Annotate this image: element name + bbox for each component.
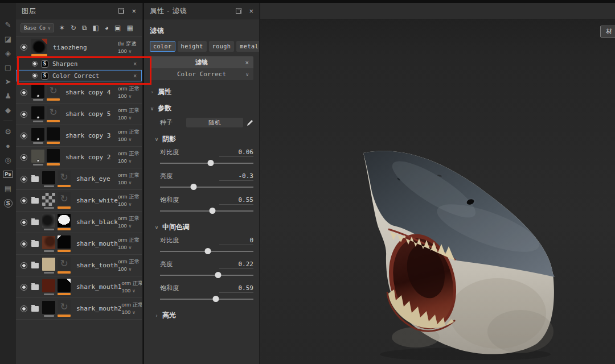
layer-thumbnail[interactable] bbox=[42, 236, 55, 249]
material-mode-button[interactable]: 材 bbox=[600, 26, 615, 38]
channel-button-height[interactable]: height bbox=[178, 41, 207, 52]
photoshop-export-icon[interactable]: Ps bbox=[3, 171, 13, 178]
effect-row[interactable]: SSharpen× bbox=[16, 58, 142, 70]
layer-thumbnail[interactable] bbox=[42, 193, 55, 206]
visibility-toggle[interactable] bbox=[20, 241, 27, 247]
layer-row[interactable]: shark_whiteorm 正常100 ∨ bbox=[16, 190, 142, 212]
visibility-toggle[interactable] bbox=[20, 89, 27, 96]
seed-random-button[interactable]: 随机 bbox=[186, 118, 243, 127]
param-value[interactable]: 0.22 bbox=[219, 260, 253, 269]
layer-row[interactable]: shark_eyeorm 正常100 ∨ bbox=[16, 168, 142, 190]
projection-tool-icon[interactable]: ◈ bbox=[5, 49, 11, 57]
param-value[interactable]: 0.59 bbox=[219, 284, 253, 293]
viewport-3d[interactable]: 材 bbox=[260, 3, 615, 364]
layer-row[interactable]: shark copy 2orm 正常100 ∨ bbox=[16, 147, 142, 168]
layer-row[interactable]: shark copy 3orm 正常100 ∨ bbox=[16, 125, 142, 147]
layer-thumbnail[interactable] bbox=[31, 106, 44, 119]
layer-thumbnail[interactable] bbox=[47, 127, 60, 140]
brush-tool-icon[interactable]: ✎ bbox=[5, 21, 11, 28]
layer-thumbnail[interactable] bbox=[58, 171, 71, 184]
layer-opacity[interactable]: 100 ∨ bbox=[118, 265, 142, 273]
eraser-tool-icon[interactable]: ◪ bbox=[5, 35, 11, 43]
layer-thumbnail[interactable] bbox=[58, 214, 71, 227]
layer-thumbnail[interactable] bbox=[58, 279, 71, 292]
layer-thumbnail[interactable] bbox=[42, 171, 55, 184]
layer-thumbnail[interactable] bbox=[42, 279, 55, 292]
channel-button-rough[interactable]: rough bbox=[209, 41, 235, 52]
layer-thumbnail[interactable] bbox=[47, 149, 60, 162]
visibility-toggle[interactable] bbox=[20, 219, 27, 226]
layer-row[interactable]: shark_mouthorm 正常100 ∨ bbox=[16, 233, 142, 255]
visibility-toggle[interactable] bbox=[20, 154, 27, 161]
group-header[interactable]: ∨中间色调 bbox=[154, 222, 253, 232]
slider-thumb[interactable] bbox=[204, 248, 211, 254]
effect-row[interactable]: SColor Correct× bbox=[16, 70, 142, 82]
visibility-toggle[interactable] bbox=[32, 73, 38, 78]
group-header[interactable]: ∨阴影 bbox=[154, 134, 253, 144]
layer-row[interactable]: shark_mouth2orm 正常100 ∨ bbox=[16, 298, 142, 320]
slider-thumb[interactable] bbox=[213, 296, 219, 302]
slider-thumb[interactable] bbox=[209, 208, 215, 214]
layer-row[interactable]: shark_mouth1orm 正常100 ∨ bbox=[16, 276, 142, 298]
add-effect-wand-icon[interactable]: ✶ bbox=[59, 24, 65, 31]
layer-row[interactable]: shark_blackorm 正常100 ∨ bbox=[16, 212, 142, 233]
clone-tool-icon[interactable]: ♟ bbox=[5, 92, 11, 100]
material-picker-tool-icon[interactable]: ◆ bbox=[5, 106, 11, 114]
visibility-toggle[interactable] bbox=[32, 61, 38, 67]
polygon-fill-tool-icon[interactable]: ▢ bbox=[5, 64, 11, 71]
visibility-toggle[interactable] bbox=[20, 197, 27, 204]
layer-thumbnail[interactable] bbox=[58, 257, 71, 270]
float-panel-icon[interactable] bbox=[236, 8, 241, 14]
param-slider[interactable] bbox=[160, 206, 253, 216]
attributes-section-header[interactable]: › 属性 bbox=[150, 87, 253, 97]
close-panel-icon[interactable]: × bbox=[132, 7, 136, 15]
layer-opacity[interactable]: 100 ∨ bbox=[118, 200, 142, 208]
param-slider[interactable] bbox=[160, 271, 253, 280]
layer-thumbnail[interactable] bbox=[42, 214, 55, 228]
export-textures-icon[interactable]: ▤ bbox=[5, 185, 11, 192]
edit-seed-icon[interactable] bbox=[247, 119, 253, 126]
remove-filter-icon[interactable]: × bbox=[245, 59, 249, 66]
add-layer-icon[interactable]: ⧉ bbox=[82, 24, 87, 31]
layer-thumbnail[interactable] bbox=[31, 150, 44, 163]
param-slider[interactable] bbox=[160, 159, 253, 168]
layer-thumbnail[interactable] bbox=[42, 301, 55, 314]
layer-thumbnail[interactable] bbox=[58, 192, 71, 205]
layer-thumbnail[interactable] bbox=[47, 84, 60, 97]
layer-opacity[interactable]: 100 ∨ bbox=[118, 114, 142, 122]
layer-row[interactable]: shark_toothorm 正常100 ∨ bbox=[16, 255, 142, 276]
remove-effect-icon[interactable]: × bbox=[133, 61, 137, 67]
resources-icon[interactable]: ⚙ bbox=[5, 128, 11, 135]
visibility-toggle[interactable] bbox=[20, 176, 27, 183]
filter-picker-value[interactable]: Color Correct ∨ bbox=[150, 68, 253, 80]
slider-thumb[interactable] bbox=[215, 272, 221, 278]
visibility-toggle[interactable] bbox=[20, 133, 27, 139]
layer-opacity[interactable]: 100 ∨ bbox=[118, 243, 142, 251]
layer-opacity[interactable]: 100 ∨ bbox=[118, 157, 142, 165]
slider-thumb[interactable] bbox=[207, 160, 214, 166]
layer-thumbnail[interactable] bbox=[58, 300, 71, 313]
visibility-toggle[interactable] bbox=[20, 44, 27, 51]
slider-thumb[interactable] bbox=[191, 184, 197, 190]
layer-row[interactable]: tiaozhengthr 穿透100 ∨ bbox=[16, 37, 142, 58]
settings-icon[interactable]: ◎ bbox=[5, 156, 11, 164]
visibility-toggle[interactable] bbox=[20, 305, 27, 312]
param-value[interactable]: 0.55 bbox=[219, 196, 253, 205]
visibility-toggle[interactable] bbox=[20, 284, 27, 291]
layer-row[interactable]: shark copy 5orm 正常100 ∨ bbox=[16, 104, 142, 125]
layer-row[interactable]: shark copy 4orm 正常100 ∨ bbox=[16, 82, 142, 104]
layer-opacity[interactable]: 100 ∨ bbox=[121, 287, 143, 295]
add-fill-layer-icon[interactable]: ◧ bbox=[92, 24, 99, 31]
layer-opacity[interactable]: 100 ∨ bbox=[118, 222, 142, 230]
notifications-icon[interactable]: ● bbox=[6, 142, 10, 150]
layer-opacity[interactable]: 100 ∨ bbox=[118, 47, 142, 55]
add-folder-icon[interactable]: ▣ bbox=[114, 24, 121, 31]
channel-filter-dropdown[interactable]: Base Co ∨ bbox=[20, 23, 54, 32]
param-slider[interactable] bbox=[160, 247, 253, 256]
param-slider[interactable] bbox=[160, 183, 253, 192]
layer-opacity[interactable]: 100 ∨ bbox=[118, 135, 142, 143]
layer-thumbnail[interactable] bbox=[31, 85, 44, 98]
delete-layer-icon[interactable]: ▦ bbox=[126, 24, 133, 31]
float-panel-icon[interactable] bbox=[118, 8, 124, 14]
layer-thumbnail[interactable] bbox=[47, 106, 60, 119]
